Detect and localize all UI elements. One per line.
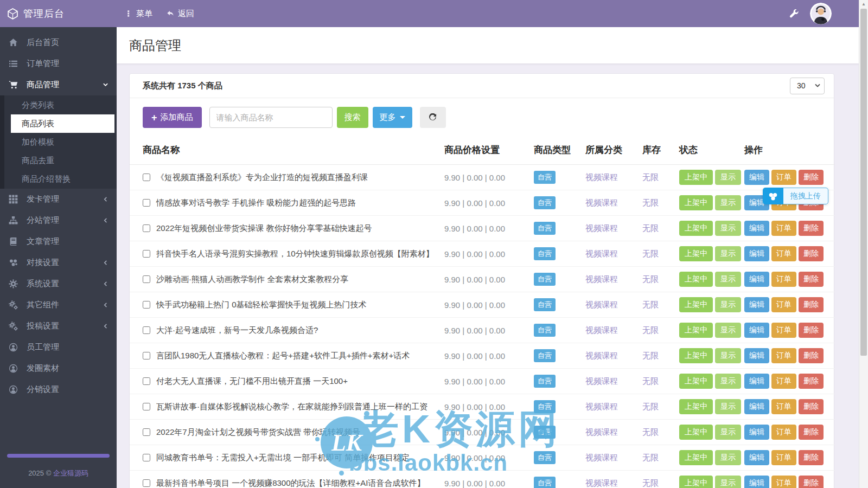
order-button[interactable]: 订单 xyxy=(771,297,796,312)
menu-button[interactable]: 菜单 xyxy=(125,9,152,19)
sidebar-subitem-category-list[interactable]: 分类列表 xyxy=(0,96,117,114)
delete-button[interactable]: 删除 xyxy=(799,348,824,363)
edit-button[interactable]: 编辑 xyxy=(744,297,769,312)
order-button[interactable]: 订单 xyxy=(771,399,796,414)
delete-button[interactable]: 删除 xyxy=(799,246,824,261)
status-on-sale-badge[interactable]: 上架中 xyxy=(679,221,713,236)
row-checkbox[interactable] xyxy=(143,479,150,487)
order-button[interactable]: 订单 xyxy=(771,476,796,488)
edit-button[interactable]: 编辑 xyxy=(744,399,769,414)
status-on-sale-badge[interactable]: 上架中 xyxy=(679,195,713,210)
status-on-sale-badge[interactable]: 上架中 xyxy=(679,170,713,185)
order-button[interactable]: 订单 xyxy=(771,450,796,465)
sidebar-item-distribution-settings[interactable]: 分销设置 xyxy=(0,379,117,400)
row-checkbox[interactable] xyxy=(143,428,150,436)
edit-button[interactable]: 编辑 xyxy=(744,221,769,236)
add-product-button[interactable]: + 添加商品 xyxy=(143,107,202,128)
order-button[interactable]: 订单 xyxy=(771,374,796,389)
edit-button[interactable]: 编辑 xyxy=(744,272,769,287)
edit-button[interactable]: 编辑 xyxy=(744,170,769,185)
page-scrollbar[interactable]: ▲ xyxy=(859,0,868,488)
status-visible-badge[interactable]: 显示 xyxy=(715,246,741,261)
status-visible-badge[interactable]: 显示 xyxy=(715,323,741,338)
delete-button[interactable]: 删除 xyxy=(799,170,824,185)
order-button[interactable]: 订单 xyxy=(771,246,796,261)
status-visible-badge[interactable]: 显示 xyxy=(715,272,741,287)
status-visible-badge[interactable]: 显示 xyxy=(715,476,741,488)
delete-button[interactable]: 删除 xyxy=(799,297,824,312)
page-size-select[interactable]: 30 xyxy=(790,78,825,94)
status-on-sale-badge[interactable]: 上架中 xyxy=(679,450,713,465)
status-visible-badge[interactable]: 显示 xyxy=(715,221,741,236)
search-input[interactable] xyxy=(209,107,333,128)
category-link[interactable]: 视频课程 xyxy=(585,478,618,487)
status-on-sale-badge[interactable]: 上架中 xyxy=(679,323,713,338)
sidebar-item-api-settings[interactable]: 对接设置 xyxy=(0,252,117,273)
category-link[interactable]: 视频课程 xyxy=(585,249,618,258)
category-link[interactable]: 视频课程 xyxy=(585,427,618,436)
status-visible-badge[interactable]: 显示 xyxy=(715,450,741,465)
edit-button[interactable]: 编辑 xyxy=(744,374,769,389)
order-button[interactable]: 订单 xyxy=(771,170,796,185)
row-checkbox[interactable] xyxy=(143,199,150,207)
order-button[interactable]: 订单 xyxy=(771,272,796,287)
sidebar-item-other-components[interactable]: 其它组件 xyxy=(0,294,117,316)
status-on-sale-badge[interactable]: 上架中 xyxy=(679,246,713,261)
sidebar-item-subsite-management[interactable]: 分站管理 xyxy=(0,210,117,231)
category-link[interactable]: 视频课程 xyxy=(585,274,618,284)
sidebar-subitem-product-dedup[interactable]: 商品去重 xyxy=(0,151,117,170)
refresh-button[interactable] xyxy=(420,107,446,128)
scrollbar-thumb[interactable] xyxy=(860,9,867,356)
avatar[interactable] xyxy=(810,3,832,24)
status-on-sale-badge[interactable]: 上架中 xyxy=(679,425,713,440)
order-button[interactable]: 订单 xyxy=(771,425,796,440)
delete-button[interactable]: 删除 xyxy=(799,221,824,236)
row-checkbox[interactable] xyxy=(143,301,150,309)
sidebar-subitem-product-list[interactable]: 商品列表 xyxy=(11,114,114,133)
edit-button[interactable]: 编辑 xyxy=(744,450,769,465)
sidebar-item-home[interactable]: 后台首页 xyxy=(0,32,117,53)
scrollbar-up-arrow[interactable]: ▲ xyxy=(859,0,868,8)
delete-button[interactable]: 删除 xyxy=(799,476,824,488)
category-link[interactable]: 视频课程 xyxy=(585,300,618,309)
sidebar-item-orders[interactable]: 订单管理 xyxy=(0,53,117,74)
category-link[interactable]: 视频课程 xyxy=(585,376,618,386)
status-on-sale-badge[interactable]: 上架中 xyxy=(679,348,713,363)
status-visible-badge[interactable]: 显示 xyxy=(715,170,741,185)
status-visible-badge[interactable]: 显示 xyxy=(715,297,741,312)
sidebar-item-staff-management[interactable]: 员工管理 xyxy=(0,337,117,358)
delete-button[interactable]: 删除 xyxy=(799,272,824,287)
category-link[interactable]: 视频课程 xyxy=(585,223,618,233)
sidebar-item-submission-settings[interactable]: 投稿设置 xyxy=(0,316,117,337)
wrench-icon[interactable] xyxy=(789,9,799,18)
row-checkbox[interactable] xyxy=(143,326,150,334)
edit-button[interactable]: 编辑 xyxy=(744,246,769,261)
category-link[interactable]: 视频课程 xyxy=(585,453,618,462)
footer-brand-link[interactable]: 企业猫源码 xyxy=(53,469,88,477)
more-button[interactable]: 更多 xyxy=(373,107,412,128)
delete-button[interactable]: 删除 xyxy=(799,399,824,414)
delete-button[interactable]: 删除 xyxy=(799,323,824,338)
category-link[interactable]: 视频课程 xyxy=(585,172,618,182)
status-on-sale-badge[interactable]: 上架中 xyxy=(679,399,713,414)
status-visible-badge[interactable]: 显示 xyxy=(715,348,741,363)
delete-button[interactable]: 删除 xyxy=(799,450,824,465)
sidebar-subitem-product-intro-replace[interactable]: 商品介绍替换 xyxy=(0,170,117,188)
delete-button[interactable]: 删除 xyxy=(799,374,824,389)
status-on-sale-badge[interactable]: 上架中 xyxy=(679,374,713,389)
sidebar-item-article-management[interactable]: 文章管理 xyxy=(0,231,117,252)
edit-button[interactable]: 编辑 xyxy=(744,348,769,363)
edit-button[interactable]: 编辑 xyxy=(744,476,769,488)
row-checkbox[interactable] xyxy=(143,174,150,181)
category-link[interactable]: 视频课程 xyxy=(585,198,618,207)
status-visible-badge[interactable]: 显示 xyxy=(715,399,741,414)
status-on-sale-badge[interactable]: 上架中 xyxy=(679,476,713,488)
order-button[interactable]: 订单 xyxy=(771,348,796,363)
delete-button[interactable]: 删除 xyxy=(799,425,824,440)
status-visible-badge[interactable]: 显示 xyxy=(715,425,741,440)
row-checkbox[interactable] xyxy=(143,275,150,283)
status-on-sale-badge[interactable]: 上架中 xyxy=(679,272,713,287)
row-checkbox[interactable] xyxy=(143,454,150,461)
category-link[interactable]: 视频课程 xyxy=(585,402,618,411)
row-checkbox[interactable] xyxy=(143,377,150,385)
